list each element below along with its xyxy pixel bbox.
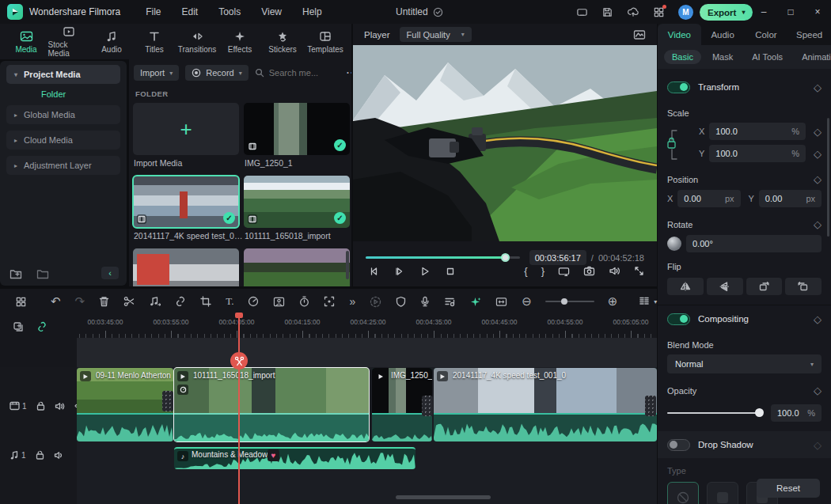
delete-icon[interactable] [99, 296, 109, 307]
workspace-grid-icon[interactable] [653, 6, 665, 18]
seek-knob[interactable] [501, 253, 510, 262]
subtab-basic[interactable]: Basic [664, 50, 701, 64]
keyframe-focus-icon[interactable] [324, 296, 335, 307]
empty-track-lane[interactable] [77, 338, 657, 367]
playhead-line[interactable] [238, 315, 240, 504]
project-title[interactable]: Untitled [396, 6, 428, 17]
transition-element[interactable] [422, 396, 433, 416]
scopes-icon[interactable] [633, 29, 646, 40]
keyframe-diamond-icon[interactable]: ◇ [814, 218, 822, 230]
drop-shadow-toggle[interactable] [667, 439, 690, 451]
menu-file[interactable]: File [146, 6, 161, 17]
timeline-audio-clip[interactable]: ♪ Mountains & Meadows ♥ [174, 447, 416, 469]
split-scissors-icon[interactable] [123, 296, 135, 307]
compositing-toggle[interactable] [667, 313, 690, 325]
quality-dropdown[interactable]: Full Quality▾ [400, 27, 472, 42]
shadow-type-solid-button[interactable] [707, 482, 738, 504]
play-button[interactable] [419, 266, 431, 277]
tab-stickers[interactable]: Stickers [262, 30, 304, 54]
opacity-slider[interactable] [667, 412, 763, 414]
seek-bar[interactable] [366, 256, 520, 259]
opacity-input[interactable]: 100.0% [771, 404, 822, 422]
subtab-animation[interactable]: Animation [794, 50, 831, 64]
keyframe-diamond-icon[interactable]: ◇ [814, 81, 822, 93]
save-icon[interactable] [601, 6, 613, 18]
media-scrollbar[interactable] [346, 251, 349, 279]
user-avatar[interactable]: M [678, 5, 693, 20]
track-manager-icon[interactable] [639, 296, 650, 307]
lock-track-icon[interactable] [36, 450, 44, 460]
position-y-input[interactable]: 0.00px [759, 190, 822, 207]
rotate-cw-button[interactable] [746, 278, 783, 295]
render-timer-icon[interactable] [299, 296, 309, 307]
media-item-football[interactable] [244, 248, 350, 286]
transition-element[interactable] [162, 391, 173, 411]
media-browser-toggle-icon[interactable] [15, 296, 27, 308]
media-item-truck[interactable] [133, 248, 239, 286]
more-options-icon[interactable]: ··· [347, 67, 351, 78]
video-preview[interactable] [353, 45, 657, 241]
media-item-IMG_1250_1[interactable]: ✓ [244, 103, 350, 155]
mark-out-button[interactable]: } [541, 265, 545, 277]
audio-mixer-icon[interactable] [444, 297, 455, 307]
tab-video[interactable]: Video [658, 24, 701, 45]
rotate-ccw-button[interactable] [785, 278, 822, 295]
detach-audio-icon[interactable] [149, 296, 161, 307]
media-item-4k-speed-test[interactable]: ✓ [133, 176, 239, 228]
timeline-clip-menlo[interactable]: 09-11 Menlo Atherton [77, 368, 173, 441]
maximize-button[interactable]: □ [777, 6, 804, 17]
menu-edit[interactable]: Edit [182, 6, 199, 17]
keyframe-diamond-icon[interactable]: ◇ [814, 148, 822, 160]
motion-tracking-icon[interactable] [273, 297, 285, 307]
tab-stock-media[interactable]: Stock Media [48, 25, 90, 58]
mute-track-icon[interactable] [55, 402, 65, 411]
auto-ripple-link-icon[interactable] [36, 321, 47, 332]
rotate-dial[interactable] [667, 237, 681, 251]
timeline-horizontal-scrollbar[interactable] [396, 495, 491, 499]
track-manager-caret-icon[interactable]: ▾ [654, 298, 657, 305]
tab-audio[interactable]: Audio [701, 24, 745, 45]
reset-button[interactable]: Reset [757, 479, 820, 498]
subtab-ai-tools[interactable]: AI Tools [744, 50, 791, 64]
more-tools-icon[interactable]: » [349, 295, 355, 308]
undo-icon[interactable]: ↶ [51, 294, 61, 309]
collapse-sidebar-button[interactable]: ‹ [101, 267, 119, 279]
ai-enhance-icon[interactable] [469, 296, 481, 308]
keyframe-diamond-icon[interactable]: ◇ [814, 173, 822, 185]
media-item-101111-import[interactable]: ✓ [244, 176, 350, 228]
media-search[interactable] [255, 68, 334, 78]
crop-icon[interactable] [200, 296, 211, 307]
preview-render-icon[interactable] [370, 296, 381, 308]
zoom-out-icon[interactable]: ⊖ [522, 294, 532, 309]
next-frame-button[interactable] [394, 266, 405, 277]
shadow-type-none-button[interactable] [667, 482, 699, 504]
zoom-knob[interactable] [561, 298, 567, 305]
sidebar-item-global-media[interactable]: ▸ Global Media [6, 105, 120, 124]
menu-help[interactable]: Help [302, 6, 322, 17]
flip-vertical-button[interactable] [707, 278, 743, 295]
fullscreen-icon[interactable] [634, 266, 644, 276]
scale-y-input[interactable]: 100.0% [709, 145, 806, 162]
keyframe-diamond-icon[interactable]: ◇ [814, 126, 822, 138]
tab-audio[interactable]: Audio [91, 30, 133, 54]
preview-on-device-icon[interactable] [558, 266, 570, 277]
snapshot-icon[interactable] [583, 266, 595, 276]
import-media-cell[interactable]: + [133, 103, 239, 155]
transition-element[interactable] [645, 396, 656, 416]
cloud-upload-icon[interactable] [627, 6, 639, 18]
keyframe-diamond-icon[interactable]: ◇ [814, 385, 822, 396]
tab-titles[interactable]: Titles [134, 30, 176, 54]
transform-toggle[interactable] [667, 81, 690, 93]
zoom-in-icon[interactable]: ⊕ [608, 294, 618, 309]
position-x-input[interactable]: 0.00px [677, 190, 740, 207]
rotate-input[interactable]: 0.00° [686, 235, 822, 252]
menu-tools[interactable]: Tools [218, 6, 241, 17]
lock-track-icon[interactable] [36, 401, 45, 411]
minimize-button[interactable]: – [750, 6, 777, 17]
tab-media[interactable]: Media [6, 30, 47, 54]
tab-transitions[interactable]: Transitions [176, 30, 218, 54]
shield-icon[interactable] [396, 296, 406, 307]
close-button[interactable]: × [804, 6, 831, 17]
tab-templates[interactable]: Templates [305, 30, 347, 54]
record-button[interactable]: Record▾ [185, 65, 248, 81]
